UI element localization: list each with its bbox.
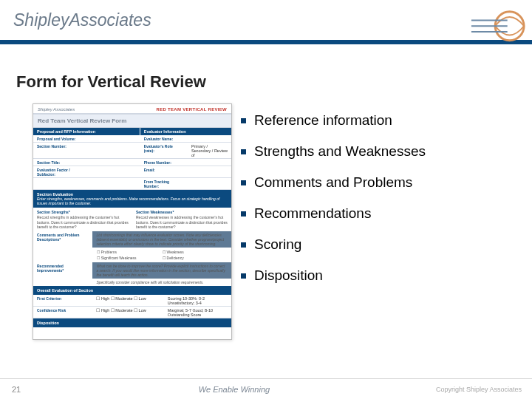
form-row: Section Number:Evaluator's Role (rate):P…	[33, 143, 231, 159]
brand-word-b: Associates	[69, 10, 151, 30]
form-strengths-weaknesses: Section Strengths*Record strengths in ad…	[33, 208, 231, 231]
footer-tagline: We Enable Winning	[33, 385, 436, 394]
form-bar-info: Proposal and RFP Information Evaluator I…	[33, 128, 231, 135]
form-row: Confidence Risk☐ High ☐ Moderate ☐ LowMa…	[33, 307, 231, 318]
bar-proposal: Proposal and RFP Information	[33, 128, 140, 135]
bullet-item: Reference information	[254, 105, 519, 136]
slide-title: Form for Vertical Review	[0, 53, 532, 99]
brand-logo: ShipleyAssociates	[13, 10, 519, 30]
bullet-list: Reference information Strengths and Weak…	[232, 103, 519, 340]
bullet-item: Comments and Problems	[254, 167, 519, 198]
form-comments-problems: Comments and Problem Descriptions* List …	[33, 231, 231, 248]
slide-footer: 21 We Enable Winning Copyright Shipley A…	[0, 378, 532, 399]
globe-icon	[470, 4, 528, 47]
form-disposition: Disposition	[33, 318, 231, 327]
form-checkboxes: Problems Weakness Significant Weakness D…	[92, 248, 231, 262]
form-row: Proposal and Volume:Evaluator Name:	[33, 135, 231, 143]
slide-content: Shipley Associates RED TEAM VERTICAL REV…	[0, 99, 532, 340]
form-tag: RED TEAM VERTICAL REVIEW	[157, 107, 227, 112]
form-overall-eval: Overall Evaluation of Section	[33, 286, 231, 295]
brand-word-a: Shipley	[13, 10, 69, 30]
bullet-item: Strengths and Weaknesses	[254, 136, 519, 167]
form-title: Red Team Vertical Review Form	[33, 115, 231, 128]
slide-header: ShipleyAssociates	[0, 0, 532, 53]
form-thumbnail: Shipley Associates RED TEAM VERTICAL REV…	[33, 103, 232, 340]
bullet-item: Recommendations	[254, 198, 519, 229]
form-row: From Tracking Number:	[33, 178, 231, 190]
form-row: First Criterion☐ High ☐ Moderate ☐ LowSc…	[33, 295, 231, 307]
form-row: Section Title:Phone Number:	[33, 159, 231, 166]
footer-copyright: Copyright Shipley Associates	[436, 386, 532, 393]
form-row: Evaluation Factor / Subfactor:Email:	[33, 166, 231, 178]
form-recommendations: Recommended Improvements* What can be do…	[33, 262, 231, 279]
page-number: 21	[0, 385, 33, 394]
header-rule	[0, 40, 532, 44]
bullet-item: Scoring	[254, 229, 519, 260]
form-section-evaluation: Section Evaluation Enter strengths, weak…	[33, 190, 231, 208]
form-logo: Shipley Associates	[38, 107, 75, 112]
bar-evaluator: Evaluator Information	[140, 128, 231, 135]
bullet-item: Disposition	[254, 260, 519, 291]
